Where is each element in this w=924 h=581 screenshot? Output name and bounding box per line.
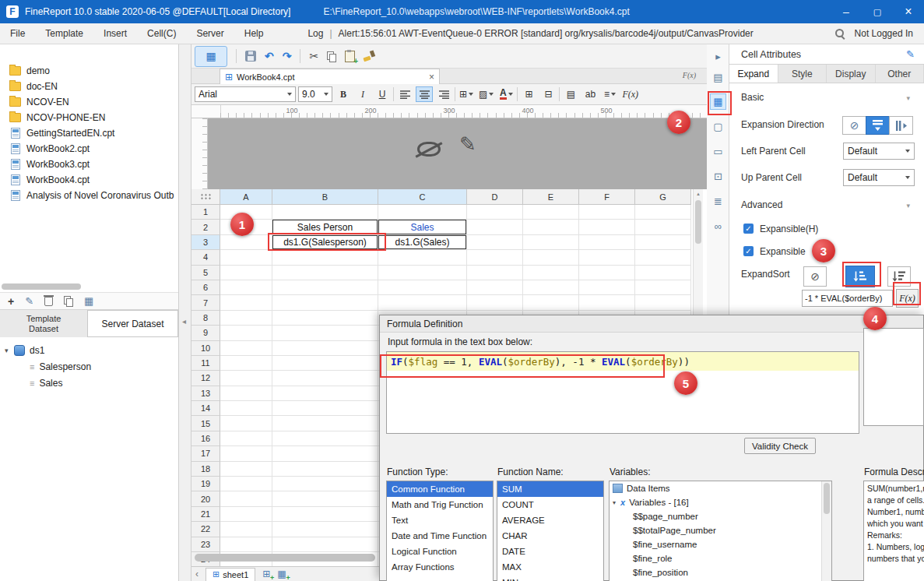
cell-B22[interactable] [272,522,378,537]
cell-C2[interactable]: Sales [378,220,467,234]
cell-G2[interactable] [635,220,691,234]
row-header-21[interactable]: 21 [191,507,220,522]
row-header-10[interactable]: 10 [191,341,220,356]
fill-color-button[interactable]: ▨ [477,86,495,102]
variable-item[interactable]: $$totalPage_number [610,523,831,537]
minimize-button[interactable]: – [831,0,862,23]
dataset-field[interactable]: ≡Salesperson [0,358,178,375]
cell-B12[interactable] [272,371,378,386]
close-button[interactable]: × [893,0,924,23]
row-header-16[interactable]: 16 [191,431,220,446]
login-status[interactable]: Not Logged In [855,28,913,39]
file-tree-item[interactable]: doc-EN [0,79,178,94]
column-header-C[interactable]: C [378,189,467,205]
cell-F4[interactable] [579,250,635,265]
cell-C4[interactable] [378,250,467,265]
cell-A9[interactable] [220,326,272,340]
row-header-8[interactable]: 8 [191,311,220,326]
italic-button[interactable]: I [354,86,371,102]
tab-template-dataset[interactable]: Template Dataset [0,310,87,337]
row-header-5[interactable]: 5 [191,266,220,280]
template-datasource-button[interactable]: ▦ [195,46,227,67]
cell-B18[interactable] [272,462,378,477]
cell-B8[interactable] [272,311,378,326]
add-dataset-icon[interactable]: + [8,296,14,307]
template-parameter-icon[interactable]: F(x) [683,71,696,79]
cell-G6[interactable] [635,280,691,295]
menu-file[interactable]: File [0,23,35,44]
cell-F3[interactable] [579,235,635,250]
dataset-field[interactable]: ≡Sales [0,375,178,391]
cell-B17[interactable] [272,446,378,461]
up-parent-select[interactable]: Default [843,169,915,186]
tab-server-dataset[interactable]: Server Dataset [87,310,178,337]
align-center-button[interactable] [416,86,433,102]
cell-B11[interactable] [272,356,378,371]
font-size-select[interactable]: 9.0 [298,86,332,102]
font-color-button[interactable]: A [497,86,515,102]
function-name-item[interactable]: CHAR [497,528,603,544]
cell-C3[interactable]: ds1.G(Sales) [378,235,467,250]
cell-B7[interactable] [272,295,378,310]
chevron-down-icon[interactable]: ▾ [906,202,910,210]
underline-button[interactable]: U [374,86,391,102]
cell-A13[interactable] [220,386,272,401]
cell-A12[interactable] [220,371,272,386]
cell-C1[interactable] [378,205,467,220]
expand-horizontal-button[interactable] [889,116,913,135]
edit-pencil-icon[interactable]: ✎ [906,48,915,60]
cell-A21[interactable] [220,507,272,522]
collapse-left-icon[interactable]: ◂ [182,317,186,326]
expansible-v-checkbox[interactable]: ✓ [743,246,754,256]
menu-cell[interactable]: Cell(C) [137,23,186,44]
hyperlink-icon[interactable]: ∞ [710,218,726,234]
edit-pencil-icon[interactable]: ✎ [459,132,476,157]
expand-none-button[interactable]: ⊘ [842,116,866,135]
row-header-11[interactable]: 11 [191,356,220,371]
cell-F1[interactable] [579,205,635,220]
cell-A17[interactable] [220,446,272,461]
log-label[interactable]: Log [307,28,323,39]
cell-G7[interactable] [635,295,691,310]
function-name-item[interactable]: AVERAGE [497,512,603,528]
align-left-button[interactable] [396,86,413,102]
expand-vertical-button[interactable] [866,116,890,135]
row-header-20[interactable]: 20 [191,491,220,506]
copy-icon[interactable] [327,51,336,62]
function-name-list[interactable]: SUMCOUNTAVERAGECHARDATEMAXMIN [497,481,604,581]
cell-C5[interactable] [378,266,467,280]
cell-G4[interactable] [635,250,691,265]
cell-E5[interactable] [523,266,579,280]
cell-B16[interactable] [272,431,378,446]
cell-E1[interactable] [523,205,579,220]
dataset-root-ds1[interactable]: ▾ ds1 [0,342,178,358]
cell-B10[interactable] [272,341,378,356]
cell-B14[interactable] [272,401,378,416]
file-tree-item[interactable]: WorkBook4.cpt [0,172,178,188]
cell-D1[interactable] [467,205,523,220]
cut-icon[interactable]: ✂ [309,51,318,62]
cell-D3[interactable] [467,235,523,250]
row-header-17[interactable]: 17 [191,446,220,461]
sheet-scroll-left-icon[interactable]: ‹ [195,569,199,579]
cell-A11[interactable] [220,356,272,371]
cell-B15[interactable] [272,416,378,431]
cell-D7[interactable] [467,295,523,310]
cell-A23[interactable] [220,537,272,552]
cell-element-icon[interactable]: ▢ [710,118,726,135]
function-type-list[interactable]: Common FunctionMath and Trig FunctionTex… [386,481,494,581]
cell-B6[interactable] [272,280,378,295]
expansible-h-checkbox[interactable]: ✓ [743,224,754,234]
row-header-15[interactable]: 15 [191,416,220,431]
cell-D2[interactable] [467,220,523,234]
cell-B1[interactable] [272,205,378,220]
collapse-panel-icon[interactable]: ▸ [710,48,726,65]
row-header-22[interactable]: 22 [191,522,220,537]
cell-B23[interactable] [272,537,378,552]
cell-G5[interactable] [635,266,691,280]
preview-dataset-icon[interactable]: ▦ [84,296,93,306]
tab-display[interactable]: Display [827,65,876,83]
basic-section-header[interactable]: Basic ▾ [729,90,924,105]
row-style-button[interactable]: ▤ [562,86,579,102]
cell-E2[interactable] [523,220,579,234]
